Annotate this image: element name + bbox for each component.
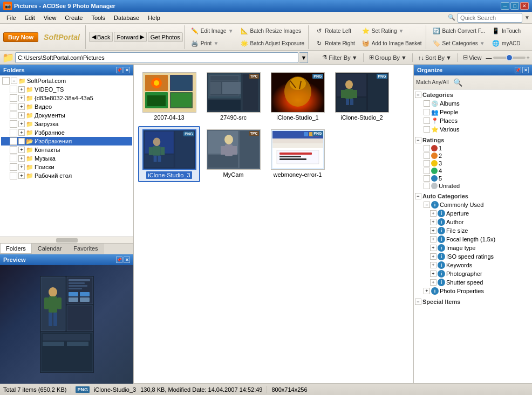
edit-image-button[interactable]: ✏️ Edit Image ▼	[188, 25, 236, 37]
tree-expand-favorites[interactable]: +	[18, 129, 25, 136]
menu-create[interactable]: Create	[60, 13, 87, 22]
tree-checkbox-download[interactable]	[10, 120, 17, 128]
back-button[interactable]: ◀ Back	[89, 32, 113, 42]
tree-item-guid[interactable]: + 📁 {d83e8032-38a4-43a5	[1, 94, 132, 102]
rotate-left-button[interactable]: ↺ Rotate Left	[312, 25, 358, 37]
tree-checkbox-contacts[interactable]	[10, 146, 17, 154]
tree-item-video2[interactable]: + 📁 Видео	[1, 102, 132, 111]
org-item-various[interactable]: ⭐ Various	[415, 125, 531, 134]
photographer-expand[interactable]: +	[430, 271, 436, 277]
org-item-commonly-used[interactable]: − i Commonly Used	[415, 200, 531, 209]
tree-checkbox-guid[interactable]	[10, 94, 17, 102]
batch-convert-button[interactable]: 🔄 Batch Convert F...	[429, 25, 488, 37]
photoprops-expand[interactable]: +	[424, 288, 430, 294]
org-item-photographer[interactable]: + i Photographer	[415, 269, 531, 278]
quick-search-input[interactable]	[458, 13, 522, 23]
keywords-expand[interactable]: +	[430, 262, 436, 268]
file-item-27490[interactable]: TPC 27490-src	[202, 69, 264, 124]
org-item-aperture[interactable]: + i Aperture	[415, 209, 531, 218]
rating1-checkbox[interactable]	[424, 145, 430, 151]
tree-expand-search[interactable]: +	[18, 164, 25, 170]
tree-checkbox-root[interactable]	[2, 77, 10, 85]
nav-path-box[interactable]: C:\Users\SoftPortal.com\Pictures	[15, 52, 298, 63]
tab-folders[interactable]: Folders	[0, 244, 32, 254]
shutter-expand[interactable]: +	[430, 279, 436, 286]
rating3-checkbox[interactable]	[424, 160, 430, 167]
tree-expand-music[interactable]: +	[18, 155, 25, 162]
org-item-filesize[interactable]: + i File size	[415, 226, 531, 235]
match-icon[interactable]: 🔍	[453, 78, 462, 87]
org-item-rating1[interactable]: 1	[415, 144, 531, 152]
tab-favorites[interactable]: Favorites	[67, 244, 104, 254]
unrated-checkbox[interactable]	[424, 183, 430, 189]
tab-calendar[interactable]: Calendar	[32, 244, 68, 254]
preview-panel-close[interactable]: ✕	[124, 257, 130, 263]
sort-by-button[interactable]: ↑↓ Sort By ▼	[415, 53, 455, 62]
org-item-keywords[interactable]: + i Keywords	[415, 261, 531, 269]
org-section-special[interactable]: − Special Items	[415, 297, 531, 306]
tree-expand-docs[interactable]: +	[18, 112, 25, 119]
tree-item-root[interactable]: − 📁 SoftPortal.com	[1, 77, 132, 85]
menu-help[interactable]: Help	[144, 13, 165, 22]
file-item-mycam[interactable]: TPC MyCam	[202, 126, 264, 182]
menu-edit[interactable]: Edit	[21, 13, 39, 22]
places-checkbox[interactable]	[424, 117, 430, 124]
rating2-checkbox[interactable]	[424, 153, 430, 159]
rating4-checkbox[interactable]	[424, 168, 430, 174]
zoom-plus-icon[interactable]: +	[527, 54, 530, 61]
batch-resize-button[interactable]: 📐 Batch Resize Images	[237, 25, 308, 37]
tree-item-download[interactable]: + 📁 Загрузка	[1, 120, 132, 128]
people-checkbox[interactable]	[424, 109, 430, 115]
file-item-iclone3[interactable]: PNG i	[138, 126, 200, 182]
organize-panel-close[interactable]: ✕	[522, 67, 529, 73]
zoom-track[interactable]	[493, 57, 526, 59]
tree-checkbox-docs[interactable]	[10, 112, 17, 119]
tree-item-images[interactable]: − 📂 Изображения	[1, 137, 132, 145]
tree-checkbox-desktop[interactable]	[10, 172, 17, 179]
tree-checkbox-favorites[interactable]	[10, 129, 17, 136]
set-categories-button[interactable]: 🏷️ Set Categories ▼	[429, 37, 488, 49]
various-checkbox[interactable]	[424, 126, 430, 133]
get-photos-button[interactable]: Get Photos	[148, 32, 183, 42]
focal-expand[interactable]: +	[430, 236, 436, 242]
group-by-button[interactable]: ⊞ Group By ▼	[366, 53, 410, 62]
tree-hscroll[interactable]	[0, 237, 133, 243]
auto-expand[interactable]: −	[415, 193, 421, 199]
org-item-photo-props[interactable]: + i Photo Properties	[415, 287, 531, 295]
tree-expand-video2[interactable]: +	[18, 103, 25, 110]
org-item-unrated[interactable]: Unrated	[415, 182, 531, 190]
close-button[interactable]: ✕	[520, 2, 529, 10]
tree-checkbox-video[interactable]	[10, 86, 17, 93]
tree-checkbox-images[interactable]	[10, 137, 17, 145]
tree-expand-desktop[interactable]: +	[18, 172, 25, 179]
zoom-thumb[interactable]	[506, 54, 513, 61]
tree-expand-contacts[interactable]: +	[18, 147, 25, 153]
rotate-right-button[interactable]: ↻ Rotate Right	[312, 37, 358, 49]
org-item-imagetype[interactable]: + i Image type	[415, 244, 531, 252]
tree-item-music[interactable]: + 📁 Музыка	[1, 154, 132, 163]
tree-checkbox-video2[interactable]	[10, 103, 17, 110]
org-item-iso[interactable]: + i ISO speed ratings	[415, 252, 531, 261]
intouch-button[interactable]: 📱 InTouch	[489, 25, 523, 37]
org-item-shutter[interactable]: + i Shutter speed	[415, 278, 531, 287]
filesize-expand[interactable]: +	[430, 227, 436, 234]
print-button[interactable]: 🖨️ Print ▼	[188, 37, 236, 49]
aperture-expand[interactable]: +	[430, 210, 436, 217]
categories-expand[interactable]: −	[415, 92, 421, 98]
minimize-button[interactable]: ─	[501, 2, 509, 10]
org-item-focal[interactable]: + i Focal length (1.5x)	[415, 235, 531, 244]
file-item-iclone2[interactable]: PNG iClone-Studio_	[331, 69, 393, 124]
tree-hscroll-thumb[interactable]	[56, 238, 78, 242]
org-item-rating5[interactable]: 5	[415, 175, 531, 182]
org-section-ratings[interactable]: − Ratings	[415, 136, 531, 144]
tree-checkbox-music[interactable]	[10, 155, 17, 162]
menu-file[interactable]: File	[2, 13, 21, 22]
commonly-expand[interactable]: −	[424, 202, 430, 208]
tree-expand-guid[interactable]: +	[18, 95, 25, 101]
org-item-rating4[interactable]: 4	[415, 167, 531, 175]
set-rating-button[interactable]: ⭐ Set Rating ▼	[359, 25, 425, 37]
filter-by-button[interactable]: ⚗ Filter By ▼	[319, 53, 360, 62]
tree-expand-root[interactable]: −	[11, 78, 17, 84]
myacd-button[interactable]: 🌐 myACD	[489, 37, 523, 49]
tree-item-docs[interactable]: + 📁 Документы	[1, 111, 132, 120]
